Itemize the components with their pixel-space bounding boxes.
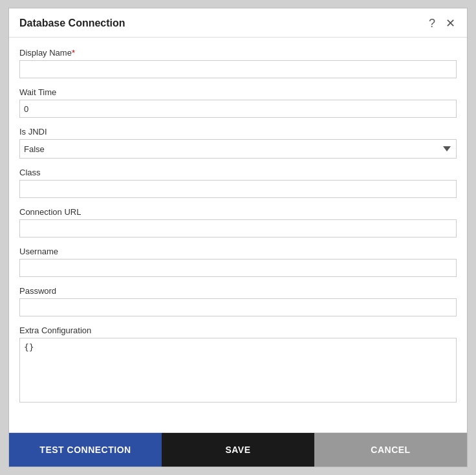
dialog-header: Database Connection ? ✕ [9, 8, 467, 38]
save-button[interactable]: SAVE [162, 433, 314, 467]
required-indicator: * [72, 48, 75, 58]
password-input[interactable] [19, 298, 457, 316]
is-jndi-field-group: Is JNDI False True [19, 127, 457, 159]
extra-configuration-label: Extra Configuration [19, 326, 457, 335]
class-label: Class [19, 168, 457, 177]
wait-time-label: Wait Time [19, 87, 457, 97]
wait-time-field-group: Wait Time [19, 87, 457, 118]
display-name-label: Display Name* [19, 48, 457, 58]
connection-url-field-group: Connection URL [19, 207, 457, 237]
cancel-button[interactable]: CANCEL [314, 433, 467, 467]
display-name-field-group: Display Name* [19, 48, 457, 78]
password-field-group: Password [19, 286, 457, 316]
help-button[interactable]: ? [427, 17, 437, 30]
dialog-title: Database Connection [19, 17, 125, 29]
is-jndi-label: Is JNDI [19, 127, 457, 137]
username-label: Username [19, 247, 457, 256]
connection-url-input[interactable] [19, 219, 457, 237]
dialog-body: Display Name* Wait Time Is JNDI False Tr… [9, 38, 467, 432]
username-input[interactable] [19, 259, 457, 277]
database-connection-dialog: Database Connection ? ✕ Display Name* Wa… [8, 8, 468, 467]
display-name-input[interactable] [19, 60, 457, 78]
wait-time-input[interactable] [19, 100, 457, 118]
close-button[interactable]: ✕ [444, 16, 457, 30]
password-label: Password [19, 286, 457, 296]
extra-configuration-field-group: Extra Configuration {} [19, 326, 457, 405]
class-field-group: Class [19, 168, 457, 198]
connection-url-label: Connection URL [19, 207, 457, 217]
dialog-footer: TEST CONNECTION SAVE CANCEL [9, 432, 467, 467]
is-jndi-select[interactable]: False True [19, 139, 457, 159]
extra-configuration-textarea[interactable]: {} [19, 338, 457, 403]
test-connection-button[interactable]: TEST CONNECTION [9, 433, 162, 467]
class-input[interactable] [19, 180, 457, 198]
username-field-group: Username [19, 247, 457, 277]
header-icons: ? ✕ [427, 16, 457, 30]
